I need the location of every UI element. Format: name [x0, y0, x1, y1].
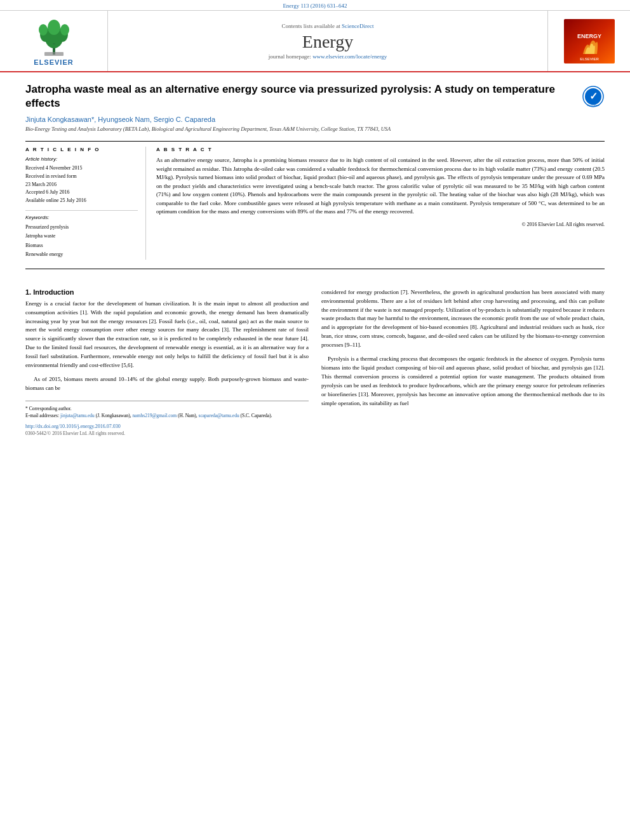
intro-para-4: Pyrolysis is a thermal cracking process …	[321, 355, 605, 408]
keywords-list: Pressurized pyrolysis Jatropha waste Bio…	[25, 223, 138, 260]
title-area: Jatropha waste meal as an alternative en…	[25, 83, 605, 110]
keyword-4: Renewable energy	[25, 250, 138, 259]
affiliation: Bio-Energy Testing and Analysis Laborato…	[25, 126, 605, 133]
revised-label: Received in revised form	[25, 173, 138, 181]
abstract-col: A B S T R A C T As an alternative energy…	[156, 147, 605, 260]
svg-text:✓: ✓	[589, 91, 598, 102]
email-link-3[interactable]: scapareda@tamu.edu	[199, 413, 239, 418]
body-two-col: 1. Introduction Energy is a crucial fact…	[25, 288, 605, 436]
revised-date: 23 March 2016	[25, 181, 138, 189]
intro-para-1: Energy is a crucial factor for the devel…	[25, 300, 309, 371]
history-label: Article history:	[25, 156, 138, 162]
crossmark-icon[interactable]: ✓ CrossMark	[582, 85, 605, 108]
energy-logo-icon: ENERGY ELSEVIER	[564, 19, 615, 63]
received-date: Received 4 November 2015	[25, 164, 138, 173]
body-left-col: 1. Introduction Energy is a crucial fact…	[25, 288, 309, 436]
homepage-line: journal homepage: www.elsevier.com/locat…	[269, 53, 387, 60]
authors: Jinjuta Kongkasawan*, Hyungseok Nam, Ser…	[25, 116, 605, 123]
elsevier-logo-area: ELSEVIER	[0, 11, 108, 71]
article-history: Article history: Received 4 November 201…	[25, 156, 138, 205]
abstract-label: A B S T R A C T	[156, 147, 605, 152]
article-title: Jatropha waste meal as an alternative en…	[25, 83, 574, 110]
keyword-1: Pressurized pyrolysis	[25, 223, 138, 232]
article-info-label: A R T I C L E I N F O	[25, 147, 138, 152]
body-content: 1. Introduction Energy is a crucial fact…	[0, 288, 630, 449]
homepage-url[interactable]: www.elsevier.com/locate/energy	[312, 53, 387, 60]
svg-text:ENERGY: ENERGY	[577, 33, 601, 39]
doi-link[interactable]: http://dx.doi.org/10.1016/j.energy.2016.…	[25, 423, 309, 429]
energy-cover-icon: ENERGY ELSEVIER	[564, 19, 615, 63]
dates-info: Received 4 November 2015 Received in rev…	[25, 164, 138, 205]
email-link-2[interactable]: namhs219@gmail.com	[133, 413, 177, 418]
available-date: Available online 25 July 2016	[25, 197, 138, 205]
email-links[interactable]: jinjuta@tamu.edu	[60, 413, 95, 418]
abstract-text: As an alternative energy source, Jatroph…	[156, 156, 605, 217]
issn-line: 0360-5442/© 2016 Elsevier Ltd. All right…	[25, 430, 309, 436]
article-info-col: A R T I C L E I N F O Article history: R…	[25, 147, 146, 260]
email-footnote: E-mail addresses: jinjuta@tamu.edu (J. K…	[25, 412, 309, 419]
footnotes: * Corresponding author. E-mail addresses…	[25, 401, 309, 436]
keywords-section: Keywords: Pressurized pyrolysis Jatropha…	[25, 215, 138, 260]
intro-para-3: considered for energy production [7]. Ne…	[321, 288, 605, 350]
accepted-date: Accepted 6 July 2016	[25, 189, 138, 197]
svg-point-5	[60, 24, 69, 36]
svg-point-6	[48, 20, 60, 35]
copyright-line: © 2016 Elsevier Ltd. All rights reserved…	[156, 222, 605, 227]
journal-header: ELSEVIER Contents lists available at Sci…	[0, 11, 630, 72]
elsevier-logo: ELSEVIER	[29, 16, 79, 66]
body-right-col: considered for energy production [7]. Ne…	[321, 288, 605, 436]
journal-name: Energy	[302, 32, 353, 52]
section1-heading: 1. Introduction	[25, 288, 309, 296]
keywords-label: Keywords:	[25, 215, 138, 220]
svg-rect-7	[44, 52, 64, 56]
svg-point-4	[39, 24, 48, 36]
corresponding-author-note: * Corresponding author.	[25, 405, 309, 412]
svg-text:CrossMark: CrossMark	[587, 103, 599, 107]
journal-center: Contents lists available at ScienceDirec…	[108, 11, 547, 71]
keyword-3: Biomass	[25, 241, 138, 250]
elsevier-label: ELSEVIER	[34, 58, 73, 66]
elsevier-tree-icon	[29, 16, 79, 57]
energy-logo-area: ENERGY ELSEVIER	[547, 11, 630, 71]
keyword-2: Jatropha waste	[25, 232, 138, 241]
article-content: Jatropha waste meal as an alternative en…	[0, 72, 630, 288]
info-divider	[25, 210, 138, 211]
crossmark-svg: ✓ CrossMark	[582, 85, 605, 108]
article-info-abstract: A R T I C L E I N F O Article history: R…	[25, 141, 605, 260]
journal-citation: Energy 113 (2016) 631–642	[0, 0, 630, 11]
svg-text:ELSEVIER: ELSEVIER	[580, 57, 599, 61]
intro-para-2: As of 2015, biomass meets around 10–14% …	[25, 375, 309, 393]
contents-line: Contents lists available at ScienceDirec…	[282, 23, 374, 29]
sciencedirect-link[interactable]: ScienceDirect	[342, 23, 373, 29]
section-separator	[25, 269, 605, 269]
